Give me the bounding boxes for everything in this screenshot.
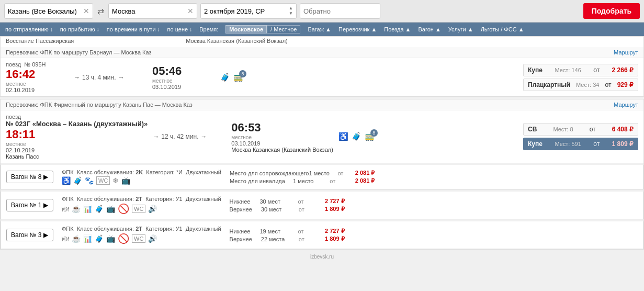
to-field[interactable]: ✕ <box>108 3 197 19</box>
wagon-meta: ФПК Класс обслуживания: 2T Категория: У1… <box>62 196 221 202</box>
class-name: Купе <box>528 140 543 148</box>
amenities-block: ♿ 🧳 🚃 8 <box>338 132 518 141</box>
date-field[interactable]: ▲ ▼ <box>200 3 297 19</box>
sort-by-duration[interactable]: по времени в пути ↕ <box>107 26 160 32</box>
bar-icon: 📊 <box>83 234 92 243</box>
wagon-8-button[interactable]: Вагон № 8 ▶ <box>6 171 53 183</box>
wagon-prices: Нижнее 30 мест от 2 727 ₽ Верхнее 30 мес… <box>230 198 345 212</box>
price-seats: 30 мест <box>259 198 288 205</box>
disabled-icon: ♿ <box>62 176 71 185</box>
tv-icon: 📺 <box>121 176 130 185</box>
train-row: поезд № 023Г «Москва – Казань (двухэтажн… <box>1 110 643 163</box>
price-seats: 1 место <box>293 178 322 184</box>
filter-carrier[interactable]: Перевозчик ▲ <box>338 26 377 32</box>
sort-by-departure[interactable]: по отправлению ↕ <box>5 26 53 32</box>
route-link[interactable]: Маршрут <box>614 49 638 55</box>
from-input[interactable] <box>8 7 81 15</box>
sort-price-icon: ↕ <box>189 27 192 32</box>
price-from: от <box>337 170 343 176</box>
price-row-sv[interactable]: СВ Мест: 8 от 6 408 ₽ <box>523 123 638 136</box>
wagon-chevron-icon: ▶ <box>43 202 48 209</box>
to-clear-icon[interactable]: ✕ <box>187 7 194 15</box>
price-label: Верхнее <box>230 236 252 242</box>
route-link[interactable]: Маршрут <box>614 102 638 108</box>
price-seats: 22 места <box>261 236 290 242</box>
train-header: Перевозчик: ФПК по маршруту Барнаул — Мо… <box>1 47 643 58</box>
sort-by-price[interactable]: по цене ↕ <box>167 26 193 32</box>
wagon-section: Вагон № 3 ▶ ФПК Класс обслуживания: 2T К… <box>1 221 643 249</box>
time-local[interactable]: / Местное <box>267 25 300 33</box>
time-moscow[interactable]: Московское <box>225 25 267 33</box>
price-row-kupe[interactable]: Купе Мест: 146 от 2 266 ₽ <box>523 64 638 76</box>
wagon-label: Вагон № 1 <box>11 202 41 209</box>
filter-baggage[interactable]: Багаж ▲ <box>308 26 331 32</box>
price-row-kupe[interactable]: Купе Мест: 591 от 1 809 ₽ <box>523 138 638 150</box>
filter-trains[interactable]: Поезда ▲ <box>384 26 411 32</box>
date-arrows[interactable]: ▲ ▼ <box>289 6 293 16</box>
carrier-info: Перевозчик: ФПК по маршруту Барнаул — Мо… <box>6 49 152 55</box>
wagon-price-row: Нижнее 30 мест от 2 727 ₽ <box>230 198 345 205</box>
from-field[interactable]: ✕ <box>4 3 93 19</box>
from-clear-icon[interactable]: ✕ <box>83 7 89 15</box>
wagon-label: Вагон № 3 <box>11 231 41 239</box>
back-field[interactable] <box>300 3 380 19</box>
date-input[interactable] <box>204 7 288 15</box>
food2-icon: ☕ <box>72 205 81 213</box>
date-down-icon[interactable]: ▼ <box>289 11 293 16</box>
wagon-1-button[interactable]: Вагон № 1 ▶ <box>6 199 53 211</box>
amenities-block: 🧳 🚃 8 <box>220 73 518 82</box>
wc-icon: WC <box>132 234 145 243</box>
wagon-info: ФПК Класс обслуживания: 2T Категория: У1… <box>62 226 221 244</box>
wagon-icon: 🚃 8 <box>233 73 243 82</box>
sort-by-arrival[interactable]: по прибытию ↕ <box>60 26 99 32</box>
price-amount: 2 081 ₽ <box>343 177 375 184</box>
price-amount: 1 809 ₽ <box>313 236 345 242</box>
departure-station: Казань Пасс <box>6 153 148 160</box>
filter-benefits[interactable]: Льготы / ФСС ▲ <box>481 26 524 32</box>
wagon-type: Двухэтажный <box>186 196 221 202</box>
wagon-3-button[interactable]: Вагон № 3 ▶ <box>6 229 53 241</box>
price-from: от <box>330 178 335 184</box>
carrier-info: Перевозчик: ФПК Фирменный по маршруту Ка… <box>6 102 193 108</box>
departure-block: поезд № 023Г «Москва – Казань (двухэтажн… <box>6 114 148 160</box>
arrow-right-icon2: → <box>118 74 125 81</box>
arrival-time: 05:46 <box>152 64 215 78</box>
food2-icon: ☕ <box>72 234 81 243</box>
wagon-meta: ФПК Класс обслуживания: 2T Категория: У1… <box>62 226 221 232</box>
train-item: Перевозчик: ФПК Фирменный по маршруту Ка… <box>0 99 644 250</box>
wagon-type: Двухэтажный <box>186 226 221 232</box>
wagon-service: Класс обслуживания: 2T <box>77 226 142 232</box>
price-value: 1 809 ₽ <box>612 140 634 148</box>
departure-date: 02.10.2019 <box>6 147 148 153</box>
search-button[interactable]: Подобрать <box>583 3 640 19</box>
filter-wagon[interactable]: Вагон ▲ <box>418 26 440 32</box>
price-from: от <box>299 206 304 212</box>
food-icon: 🍽 <box>62 234 69 243</box>
arrival-type: местное <box>152 78 215 84</box>
back-input[interactable] <box>303 7 377 15</box>
filter-services[interactable]: Услуги ▲ <box>448 26 473 32</box>
search-bar: ✕ ⇄ ✕ ▲ ▼ Подобрать <box>0 0 644 23</box>
wagon-icon: 🚃 8 <box>365 132 375 141</box>
sort-departure-label: по отправлению <box>5 26 49 32</box>
price-from: от <box>298 198 304 205</box>
date-up-icon[interactable]: ▲ <box>289 6 293 11</box>
arrow-right-icon2: → <box>201 133 207 140</box>
wagon-badge: 8 <box>370 129 378 137</box>
swap-icon[interactable]: ⇄ <box>96 6 105 16</box>
disabled-icon: ♿ <box>338 132 348 141</box>
seats-info: Мест: 8 <box>553 126 573 132</box>
wc-icon: WC <box>96 176 110 185</box>
duration-block: → 13 ч. 4 мин. → <box>74 74 147 81</box>
wagon-category: Категория: *И <box>146 169 183 175</box>
food-icon: 🍽 <box>62 205 69 213</box>
train-header: Перевозчик: ФПК Фирменный по маршруту Ка… <box>1 99 643 110</box>
wagon-service: Класс обслуживания: 2K <box>77 169 143 175</box>
price-row-platzkart[interactable]: Плацкартный Мест: 34 от 929 ₽ <box>523 79 638 91</box>
price-amount: 2 727 ₽ <box>313 198 345 205</box>
sort-arrival-icon: ↕ <box>97 27 99 32</box>
wagon-prices: Нижнее 19 мест от 2 727 ₽ Верхнее 22 мес… <box>230 228 345 242</box>
sort-departure-icon: ↕ <box>50 27 53 32</box>
to-input[interactable] <box>112 7 185 15</box>
wagon-carrier: ФПК <box>62 196 74 202</box>
